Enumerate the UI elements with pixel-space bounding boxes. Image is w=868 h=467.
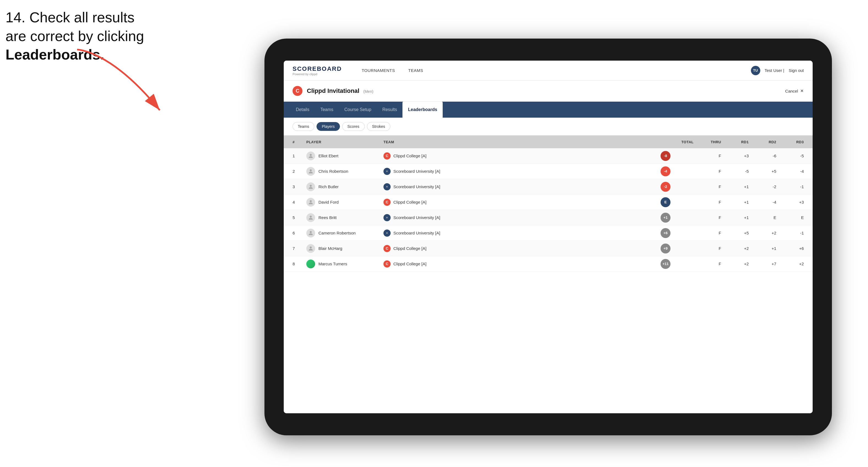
user-avatar: TU: [751, 66, 760, 75]
table-row: 7 Blair McHarg C Clippd College [A]: [284, 241, 813, 256]
rd3-2: -4: [776, 169, 804, 174]
rd1-6: +5: [721, 230, 749, 235]
score-badge-7: +9: [660, 244, 671, 253]
player-5: Rees Britt: [306, 213, 383, 222]
player-cell-4: David Ford: [306, 198, 383, 207]
rd3-6: -1: [776, 230, 804, 235]
rd1-1: +3: [721, 153, 749, 158]
rd2-6: +2: [749, 230, 776, 235]
nav-tournaments[interactable]: TOURNAMENTS: [355, 61, 402, 81]
total-8: +11: [660, 259, 694, 269]
rd2-2: +5: [749, 169, 776, 174]
thru-4: F: [694, 200, 721, 205]
score-badge-8: +11: [660, 259, 671, 269]
total-1: -8: [660, 151, 694, 161]
rd1-8: +2: [721, 261, 749, 266]
tab-leaderboards[interactable]: Leaderboards: [402, 102, 443, 118]
team-cell-7: C Clippd College [A]: [383, 245, 472, 252]
tab-details[interactable]: Details: [290, 102, 315, 118]
score-badge-4: E: [660, 197, 671, 207]
rank-8: 8: [292, 261, 306, 266]
team-logo-1: C: [383, 152, 391, 159]
player-cell-8: Marcus Turners: [306, 259, 383, 268]
team-cell-8: C Clippd College [A]: [383, 260, 472, 268]
col-player: PLAYER: [306, 140, 383, 144]
score-badge-5: +1: [660, 213, 671, 223]
logo-sub: Powered by clippd: [292, 72, 342, 76]
table-row: 4 David Ford C Clippd College [A]: [284, 194, 813, 210]
team-logo-5: ≡: [383, 214, 391, 221]
svg-point-6: [310, 231, 312, 233]
table-row: 6 Cameron Robertson ≡ Scoreboard Univers…: [284, 225, 813, 241]
team-logo-7: C: [383, 245, 391, 252]
close-icon: ✕: [800, 88, 804, 93]
tournament-icon: C: [292, 86, 303, 96]
player-3: Rich Butler: [306, 182, 383, 191]
player-4: David Ford: [306, 198, 383, 207]
rd3-4: +3: [776, 200, 804, 205]
team-logo-2: ≡: [383, 168, 391, 175]
filter-teams[interactable]: Teams: [292, 122, 314, 131]
player-cell-6: Cameron Robertson: [306, 229, 383, 238]
rd2-3: -2: [749, 184, 776, 189]
total-5: +1: [660, 213, 694, 223]
svg-point-7: [310, 246, 312, 248]
team-logo-3: ≡: [383, 183, 391, 190]
nav-right: TU Test User | Sign out: [751, 66, 804, 75]
team-5: ≡ Scoreboard University [A]: [383, 214, 472, 221]
col-total: TOTAL: [660, 140, 694, 144]
tab-results[interactable]: Results: [377, 102, 402, 118]
table-row: 1 Elliot Ebert C Clippd College [A]: [284, 148, 813, 164]
cancel-button[interactable]: Cancel ✕: [785, 88, 804, 93]
thru-7: F: [694, 246, 721, 251]
team-logo-6: ≡: [383, 229, 391, 237]
score-badge-3: -2: [660, 182, 671, 192]
filter-players[interactable]: Players: [316, 122, 340, 131]
rd3-3: -1: [776, 184, 804, 189]
team-2: ≡ Scoreboard University [A]: [383, 168, 472, 175]
rd2-4: -4: [749, 200, 776, 205]
rd2-1: -6: [749, 153, 776, 158]
rd3-8: +2: [776, 261, 804, 266]
logo-area: SCOREBOARD Powered by clippd: [292, 65, 342, 76]
tab-teams[interactable]: Teams: [315, 102, 339, 118]
tablet-screen: SCOREBOARD Powered by clippd TOURNAMENTS…: [284, 61, 813, 413]
team-cell-2: ≡ Scoreboard University [A]: [383, 168, 472, 175]
rd3-5: E: [776, 215, 804, 220]
thru-3: F: [694, 184, 721, 189]
total-4: E: [660, 197, 694, 207]
team-6: ≡ Scoreboard University [A]: [383, 229, 472, 237]
player-6: Cameron Robertson: [306, 229, 383, 238]
svg-point-2: [310, 169, 312, 171]
player-avatar-5: [306, 213, 315, 222]
col-rank: #: [292, 140, 306, 144]
tournament-tag: (Men): [363, 89, 374, 94]
team-cell-4: C Clippd College [A]: [383, 199, 472, 206]
thru-6: F: [694, 230, 721, 235]
col-team: TEAM: [383, 140, 472, 144]
rd2-7: +1: [749, 246, 776, 251]
thru-2: F: [694, 169, 721, 174]
score-badge-2: -4: [660, 166, 671, 176]
sign-out-link[interactable]: Sign out: [789, 68, 804, 73]
team-logo-8: C: [383, 260, 391, 268]
rd1-2: -5: [721, 169, 749, 174]
team-cell-5: ≡ Scoreboard University [A]: [383, 214, 472, 221]
player-1: Elliot Ebert: [306, 152, 383, 160]
player-2: Chris Robertson: [306, 167, 383, 176]
rd1-4: +1: [721, 200, 749, 205]
team-cell-3: ≡ Scoreboard University [A]: [383, 183, 472, 190]
navbar: SCOREBOARD Powered by clippd TOURNAMENTS…: [284, 61, 813, 81]
total-2: -4: [660, 166, 694, 176]
filter-strokes[interactable]: Strokes: [367, 122, 390, 131]
table-row: 2 Chris Robertson ≡ Scoreboard Universit…: [284, 164, 813, 179]
rd1-7: +2: [721, 246, 749, 251]
col-thru: THRU: [694, 140, 721, 144]
leaderboard-table: # PLAYER TEAM TOTAL THRU RD1 RD2 RD3 1: [284, 135, 813, 413]
filter-scores[interactable]: Scores: [342, 122, 365, 131]
col-rd1: RD1: [721, 140, 749, 144]
nav-teams[interactable]: TEAMS: [402, 61, 430, 81]
team-1: C Clippd College [A]: [383, 152, 472, 159]
tab-course-setup[interactable]: Course Setup: [339, 102, 377, 118]
svg-point-5: [310, 215, 312, 217]
